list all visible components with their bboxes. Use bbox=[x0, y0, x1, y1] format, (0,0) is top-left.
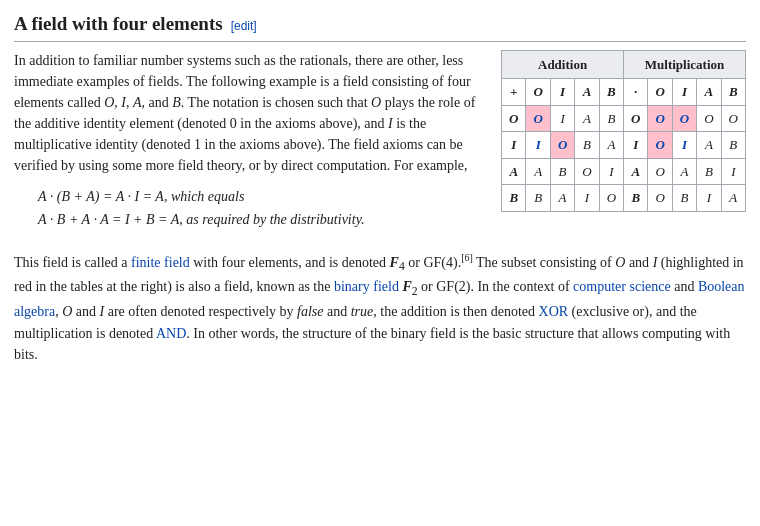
add-col-B: B bbox=[599, 79, 623, 106]
add-cell: B bbox=[599, 105, 623, 132]
add-cell: O bbox=[599, 185, 623, 212]
add-cell: O bbox=[526, 105, 550, 132]
finite-field-link[interactable]: finite field bbox=[131, 254, 190, 269]
add-cell: A bbox=[550, 185, 574, 212]
mul-op: · bbox=[624, 79, 648, 106]
mul-col-I: I bbox=[672, 79, 696, 106]
add-row-I: I bbox=[502, 132, 526, 159]
formula-block: A · (B + A) = A · I = A, which equals A … bbox=[38, 186, 485, 230]
add-cell: A bbox=[575, 105, 599, 132]
add-op: + bbox=[502, 79, 526, 106]
multiplication-header: Multiplication bbox=[624, 50, 746, 79]
mul-cell: O bbox=[697, 105, 721, 132]
mul-cell: I bbox=[672, 132, 696, 159]
mul-cell: B bbox=[672, 185, 696, 212]
mul-cell: O bbox=[648, 185, 672, 212]
mul-cell: O bbox=[648, 158, 672, 185]
addition-header: Addition bbox=[502, 50, 624, 79]
mul-col-A: A bbox=[697, 79, 721, 106]
formula-line-2: A · B + A · A = I + B = A, as required b… bbox=[38, 209, 485, 230]
table-row: O O I A B O O O O O bbox=[502, 105, 746, 132]
xor-link[interactable]: XOR bbox=[539, 304, 569, 319]
formula-line-1: A · (B + A) = A · I = A, which equals bbox=[38, 186, 485, 207]
table-row: B B A I O B O B I A bbox=[502, 185, 746, 212]
add-cell: O bbox=[550, 132, 574, 159]
table-row: A A B O I A O A B I bbox=[502, 158, 746, 185]
add-cell: O bbox=[575, 158, 599, 185]
add-cell: B bbox=[550, 158, 574, 185]
combined-table: Addition Multiplication + O I A B · O I … bbox=[501, 50, 746, 212]
mul-cell: A bbox=[721, 185, 745, 212]
mul-cell: O bbox=[648, 105, 672, 132]
binary-field-link[interactable]: binary field bbox=[334, 279, 399, 294]
text-column: In addition to familiar number systems s… bbox=[14, 50, 485, 240]
intro-paragraph: In addition to familiar number systems s… bbox=[14, 50, 485, 176]
mul-cell: A bbox=[697, 132, 721, 159]
add-cell: I bbox=[526, 132, 550, 159]
add-col-I: I bbox=[550, 79, 574, 106]
add-col-O: O bbox=[526, 79, 550, 106]
add-row-A: A bbox=[502, 158, 526, 185]
add-row-O: O bbox=[502, 105, 526, 132]
add-cell: B bbox=[526, 185, 550, 212]
edit-link[interactable]: [edit] bbox=[231, 17, 257, 35]
and-link[interactable]: AND bbox=[156, 326, 186, 341]
mul-row-O: O bbox=[624, 105, 648, 132]
mul-cell: A bbox=[672, 158, 696, 185]
mul-row-A: A bbox=[624, 158, 648, 185]
table-row: I I O B A I O I A B bbox=[502, 132, 746, 159]
mul-cell: B bbox=[697, 158, 721, 185]
mul-cell: O bbox=[721, 105, 745, 132]
mul-cell: B bbox=[721, 132, 745, 159]
bottom-text: This field is called a finite field with… bbox=[14, 250, 746, 366]
add-cell: A bbox=[599, 132, 623, 159]
add-cell: I bbox=[575, 185, 599, 212]
add-cell: I bbox=[550, 105, 574, 132]
add-cell: B bbox=[575, 132, 599, 159]
section-heading: A field with four elements [edit] bbox=[14, 10, 746, 42]
mul-cell: I bbox=[721, 158, 745, 185]
mul-row-I: I bbox=[624, 132, 648, 159]
tables-container: Addition Multiplication + O I A B · O I … bbox=[501, 50, 746, 212]
heading-title: A field with four elements bbox=[14, 10, 223, 39]
mul-cell: O bbox=[648, 132, 672, 159]
mul-col-B: B bbox=[721, 79, 745, 106]
computer-science-link[interactable]: computer science bbox=[573, 279, 671, 294]
add-col-A: A bbox=[575, 79, 599, 106]
add-cell: A bbox=[526, 158, 550, 185]
bottom-paragraph-1: This field is called a finite field with… bbox=[14, 250, 746, 366]
mul-cell: I bbox=[697, 185, 721, 212]
add-row-B: B bbox=[502, 185, 526, 212]
mul-row-B: B bbox=[624, 185, 648, 212]
add-cell: I bbox=[599, 158, 623, 185]
mul-col-O: O bbox=[648, 79, 672, 106]
mul-cell: O bbox=[672, 105, 696, 132]
